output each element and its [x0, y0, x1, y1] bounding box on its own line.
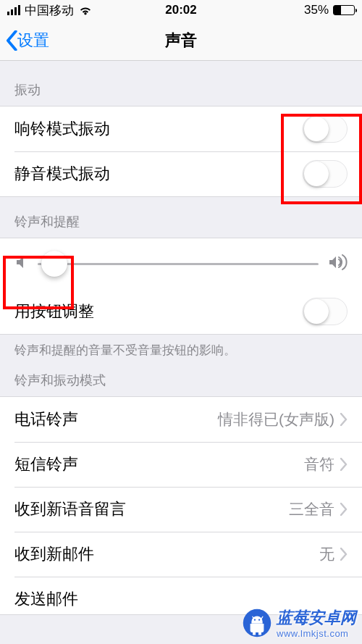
- section-header-ringtone-alerts: 铃声和提醒: [0, 197, 362, 238]
- row-label: 收到新邮件: [14, 543, 319, 565]
- row-volume-slider: [0, 238, 362, 289]
- chevron-right-icon: [340, 458, 348, 471]
- row-label: 收到新语音留言: [14, 498, 289, 520]
- page-title: 声音: [165, 30, 197, 51]
- toggle-change-with-buttons[interactable]: [303, 298, 348, 325]
- section-header-vibrate: 振动: [0, 61, 362, 106]
- section-footer-note: 铃声和提醒的音量不受音量按钮的影响。: [0, 335, 362, 361]
- chevron-right-icon: [340, 503, 348, 516]
- list-sound-patterns: 电话铃声 情非得已(女声版) 短信铃声 音符 收到新语音留言 三全音 收到新邮件…: [0, 396, 362, 615]
- row-value: 无: [319, 544, 334, 564]
- row-change-with-buttons[interactable]: 用按钮调整: [0, 289, 362, 334]
- chevron-right-icon: [340, 548, 348, 561]
- speaker-low-icon: [14, 255, 28, 272]
- back-chevron-icon: [6, 30, 17, 51]
- row-text-tone[interactable]: 短信铃声 音符: [0, 442, 362, 487]
- row-silent-vibrate[interactable]: 静音模式振动: [0, 151, 362, 196]
- row-ringtone[interactable]: 电话铃声 情非得已(女声版): [0, 397, 362, 442]
- row-value: 三全音: [289, 499, 334, 519]
- carrier-label: 中国移动: [25, 2, 74, 19]
- section-header-sound-patterns: 铃声和振动模式: [0, 361, 362, 396]
- battery-icon: [333, 5, 355, 15]
- row-label: 短信铃声: [14, 453, 304, 475]
- watermark: 蓝莓安卓网 www.lmkjst.com: [242, 607, 356, 638]
- speaker-high-icon: [329, 254, 348, 273]
- toggle-ring-vibrate[interactable]: [303, 115, 348, 143]
- row-voicemail[interactable]: 收到新语音留言 三全音: [0, 487, 362, 532]
- svg-point-2: [258, 619, 260, 620]
- android-icon: [242, 608, 272, 638]
- toggle-silent-vibrate[interactable]: [303, 160, 348, 188]
- watermark-url: www.lmkjst.com: [277, 629, 356, 638]
- row-label: 电话铃声: [14, 409, 218, 430]
- svg-point-1: [254, 619, 256, 620]
- back-label: 设置: [17, 30, 49, 51]
- chevron-right-icon: [340, 413, 348, 426]
- volume-slider[interactable]: [38, 251, 319, 277]
- status-bar: 中国移动 20:02 35%: [0, 0, 362, 20]
- list-alerts: 用按钮调整: [0, 238, 362, 335]
- row-ring-vibrate[interactable]: 响铃模式振动: [0, 106, 362, 151]
- row-label: 静音模式振动: [14, 163, 303, 185]
- wifi-icon: [78, 5, 93, 15]
- nav-header: 设置 声音: [0, 20, 362, 61]
- battery-percent: 35%: [304, 3, 329, 17]
- row-value: 音符: [304, 454, 334, 474]
- back-button[interactable]: 设置: [6, 30, 49, 51]
- watermark-text: 蓝莓安卓网: [277, 609, 356, 627]
- row-label: 用按钮调整: [14, 301, 303, 322]
- row-label: 响铃模式振动: [14, 118, 303, 140]
- status-time: 20:02: [165, 3, 196, 17]
- row-value: 情非得已(女声版): [218, 409, 334, 430]
- list-vibrate: 响铃模式振动 静音模式振动: [0, 106, 362, 197]
- signal-icon: [7, 5, 20, 15]
- row-new-mail[interactable]: 收到新邮件 无: [0, 532, 362, 577]
